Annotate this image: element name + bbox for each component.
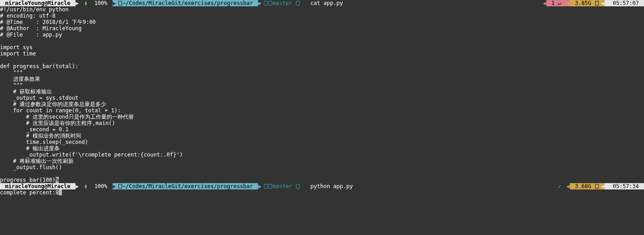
branch-label: master: [273, 183, 296, 189]
chevron-right-icon: ▶: [113, 183, 116, 189]
code-line: # 获取标准输出: [0, 88, 644, 95]
status-right: ◀ ✓ ◀ 3.68G ◀ 05:57:34: [549, 183, 644, 189]
chevron-left-icon: ◀: [566, 183, 570, 189]
code-line: _output = sys.stdout: [0, 95, 644, 101]
command-text[interactable]: cat app.py: [306, 0, 345, 6]
memory-text: 3.85G: [572, 0, 595, 6]
host-segment: miracleYoung@Miracle: [0, 0, 75, 6]
battery-icon: ▮: [79, 183, 89, 189]
code-line: # @File : app.py: [0, 32, 644, 38]
code-line: import time: [0, 51, 644, 57]
chevron-right-icon: ▶: [75, 183, 79, 189]
chevron-right-icon: ▶: [258, 0, 262, 6]
time-segment: 05:57:34: [605, 183, 644, 189]
memory-segment: 3.68G: [570, 183, 601, 189]
code-line: #!/usr/bin/env python: [0, 6, 644, 13]
check-segment: ✓: [553, 183, 566, 189]
git-branch: master: [262, 0, 302, 6]
chevron-right-icon: ▶: [75, 0, 79, 6]
eof-marker: %: [56, 177, 59, 183]
code-line: [0, 38, 644, 44]
cwd-text: ~/Codes/MiracleGit/exercises/progressbar: [122, 183, 256, 189]
chevron-left-icon: ◀: [566, 0, 570, 6]
chevron-right-icon: ▶: [302, 183, 306, 189]
git-branch: master: [262, 183, 302, 189]
chevron-left-icon: ◀: [601, 0, 605, 6]
code-line: _output.flush(): [0, 164, 644, 170]
battery-percent: 100%: [89, 183, 112, 189]
code-line: def progress_bar(total):: [0, 63, 644, 69]
code-line: """: [0, 69, 644, 76]
code-line: # encoding: utf-8: [0, 13, 644, 19]
battery-percent: 100%: [89, 0, 112, 6]
code-line: # 模拟业务的消耗时间: [0, 133, 644, 139]
cursor-icon: [59, 189, 62, 195]
code-line: # 这里应该是有你的主程序,main(): [0, 120, 644, 126]
code-line: # 将标准输出一次性刷新: [0, 158, 644, 164]
branch-label: master: [273, 0, 296, 6]
time-segment: 05:57:07: [605, 0, 644, 6]
box-icon: [264, 1, 268, 5]
box-icon: [118, 184, 122, 189]
chevron-left-icon: ◀: [549, 183, 553, 189]
box-icon: [296, 184, 300, 189]
code-line: 进度条效果: [0, 76, 644, 82]
prompt-line-2[interactable]: miracleYoung@Miracle ▶ ▮ 100% ▶ ~/Codes/…: [0, 183, 644, 189]
cwd-path: ~/Codes/MiracleGit/exercises/progressbar: [116, 183, 258, 189]
chevron-right-icon: ▶: [302, 0, 306, 6]
chevron-right-icon: ▶: [113, 0, 116, 6]
code-output: #!/usr/bin/env python# encoding: utf-8# …: [0, 6, 644, 183]
code-line: # 这里的second只是作为工作量的一种代替: [0, 114, 644, 120]
code-line: # 输出进度条: [0, 145, 644, 152]
box-icon: [264, 184, 268, 189]
code-line: [0, 57, 644, 63]
box-icon: [296, 1, 300, 5]
code-line: # @Time : 2018/6/1 下午9:00: [0, 19, 644, 25]
chevron-left-icon: ◀: [543, 0, 546, 6]
code-line: [0, 170, 644, 177]
memory-text: 3.68G: [572, 183, 595, 189]
battery-icon: ▮: [79, 0, 89, 6]
exit-code-segment: 1 ↵: [546, 0, 566, 6]
code-line: import sys: [0, 44, 644, 51]
cwd-path: ~/Codes/MiracleGit/exercises/progressbar: [116, 0, 258, 6]
box-icon: [595, 1, 599, 5]
chevron-right-icon: ▶: [258, 183, 262, 189]
code-line: # 通过参数决定你的进度条总量是多少: [0, 101, 644, 107]
box-icon: [118, 1, 122, 5]
code-line: _second = 0.1: [0, 126, 644, 133]
command-text[interactable]: python app.py: [306, 183, 355, 189]
cwd-text: ~/Codes/MiracleGit/exercises/progressbar: [122, 0, 256, 6]
code-line: progress_bar(100)%: [0, 177, 644, 183]
chevron-left-icon: ◀: [601, 183, 605, 189]
code-line: for count in range(0, total + 1):: [0, 107, 644, 114]
output-text: complete percent:8: [0, 189, 59, 196]
status-right: ◀ 1 ↵ ◀ 3.85G ◀ 05:57:07: [543, 0, 644, 6]
box-icon: [268, 184, 272, 189]
code-line: """: [0, 82, 644, 88]
prompt-line-1[interactable]: miracleYoung@Miracle ▶ ▮ 100% ▶ ~/Codes/…: [0, 0, 644, 6]
host-segment: miracleYoung@Miracle: [0, 183, 75, 189]
memory-segment: 3.85G: [570, 0, 601, 6]
program-output: complete percent:8: [0, 189, 644, 196]
box-icon: [595, 184, 599, 189]
code-line: # @Author : MiracleYoung: [0, 25, 644, 32]
code-line: _output.write(f'\rcomplete percent:{coun…: [0, 152, 644, 158]
box-icon: [268, 1, 272, 5]
code-line: time.sleep(_second): [0, 139, 644, 145]
